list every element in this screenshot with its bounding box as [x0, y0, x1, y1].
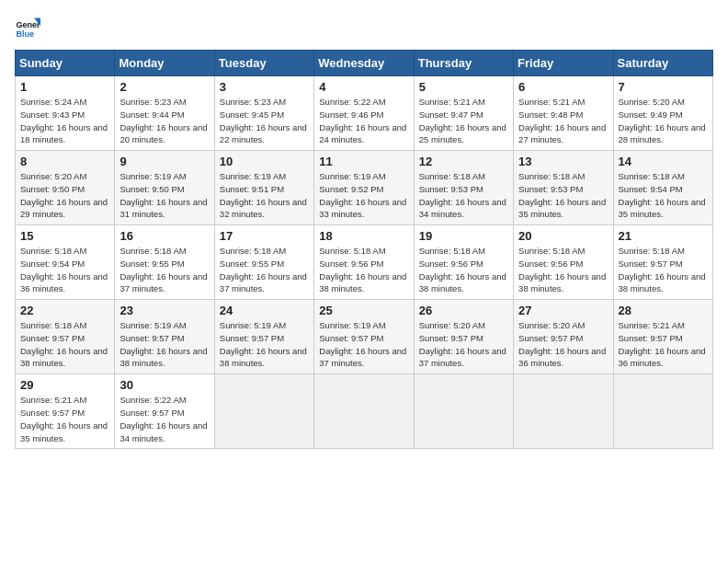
day-info: Sunrise: 5:18 AMSunset: 9:57 PMDaylight:…	[20, 319, 109, 370]
calendar-day-22: 22Sunrise: 5:18 AMSunset: 9:57 PMDayligh…	[16, 300, 115, 374]
day-info: Sunrise: 5:19 AMSunset: 9:57 PMDaylight:…	[119, 319, 209, 370]
day-number: 24	[220, 304, 309, 317]
day-number: 11	[319, 155, 408, 168]
day-number: 6	[518, 80, 608, 94]
day-number: 15	[20, 229, 109, 243]
day-number: 22	[20, 304, 109, 317]
day-info: Sunrise: 5:18 AMSunset: 9:53 PMDaylight:…	[419, 170, 508, 221]
day-info: Sunrise: 5:18 AMSunset: 9:54 PMDaylight:…	[20, 245, 109, 295]
calendar-week-1: 1Sunrise: 5:24 AMSunset: 9:43 PMDaylight…	[16, 76, 713, 151]
calendar-day-21: 21Sunrise: 5:18 AMSunset: 9:57 PMDayligh…	[613, 225, 712, 300]
day-number: 2	[119, 80, 209, 94]
day-info: Sunrise: 5:19 AMSunset: 9:52 PMDaylight:…	[319, 170, 408, 221]
day-number: 30	[119, 378, 209, 392]
calendar-day-26: 26Sunrise: 5:20 AMSunset: 9:57 PMDayligh…	[414, 300, 513, 374]
day-number: 28	[619, 304, 708, 317]
calendar-week-5: 29Sunrise: 5:21 AMSunset: 9:57 PMDayligh…	[16, 374, 713, 449]
day-number: 18	[319, 229, 408, 243]
column-header-monday: Monday	[115, 51, 214, 76]
day-number: 26	[419, 304, 508, 317]
calendar-week-3: 15Sunrise: 5:18 AMSunset: 9:54 PMDayligh…	[16, 225, 713, 300]
day-info: Sunrise: 5:20 AMSunset: 9:57 PMDaylight:…	[518, 319, 608, 370]
day-info: Sunrise: 5:18 AMSunset: 9:53 PMDaylight:…	[518, 170, 608, 221]
column-header-thursday: Thursday	[414, 51, 513, 76]
calendar-day-24: 24Sunrise: 5:19 AMSunset: 9:57 PMDayligh…	[214, 300, 313, 374]
day-info: Sunrise: 5:18 AMSunset: 9:54 PMDaylight:…	[619, 170, 708, 221]
day-info: Sunrise: 5:18 AMSunset: 9:56 PMDaylight:…	[419, 245, 508, 295]
day-number: 13	[518, 155, 608, 168]
calendar-day-18: 18Sunrise: 5:18 AMSunset: 9:56 PMDayligh…	[314, 225, 414, 300]
calendar-day-10: 10Sunrise: 5:19 AMSunset: 9:51 PMDayligh…	[214, 151, 313, 225]
logo: General Blue	[15, 15, 44, 40]
day-number: 1	[20, 80, 109, 94]
day-info: Sunrise: 5:22 AMSunset: 9:57 PMDaylight:…	[119, 394, 209, 444]
calendar-day-5: 5Sunrise: 5:21 AMSunset: 9:47 PMDaylight…	[414, 76, 513, 151]
calendar-day-14: 14Sunrise: 5:18 AMSunset: 9:54 PMDayligh…	[613, 151, 712, 225]
day-info: Sunrise: 5:18 AMSunset: 9:57 PMDaylight:…	[619, 245, 708, 295]
day-number: 5	[419, 80, 508, 94]
column-header-saturday: Saturday	[613, 51, 712, 76]
calendar-day-empty	[314, 374, 414, 449]
calendar-day-empty	[613, 374, 712, 449]
calendar-day-12: 12Sunrise: 5:18 AMSunset: 9:53 PMDayligh…	[414, 151, 513, 225]
day-number: 3	[220, 80, 309, 94]
day-info: Sunrise: 5:20 AMSunset: 9:57 PMDaylight:…	[419, 319, 508, 370]
day-number: 20	[518, 229, 608, 243]
day-info: Sunrise: 5:20 AMSunset: 9:50 PMDaylight:…	[20, 170, 109, 221]
day-number: 19	[419, 229, 508, 243]
calendar-day-20: 20Sunrise: 5:18 AMSunset: 9:56 PMDayligh…	[514, 225, 613, 300]
column-header-tuesday: Tuesday	[214, 51, 313, 76]
day-info: Sunrise: 5:21 AMSunset: 9:57 PMDaylight:…	[20, 394, 109, 444]
calendar-day-17: 17Sunrise: 5:18 AMSunset: 9:55 PMDayligh…	[214, 225, 313, 300]
calendar-day-empty	[414, 374, 513, 449]
day-info: Sunrise: 5:21 AMSunset: 9:48 PMDaylight:…	[518, 96, 608, 146]
day-info: Sunrise: 5:18 AMSunset: 9:56 PMDaylight:…	[518, 245, 608, 295]
column-header-sunday: Sunday	[16, 51, 115, 76]
day-number: 21	[619, 229, 708, 243]
day-number: 14	[619, 155, 708, 168]
svg-text:General: General	[16, 20, 40, 29]
day-info: Sunrise: 5:18 AMSunset: 9:55 PMDaylight:…	[119, 245, 209, 295]
day-number: 16	[119, 229, 209, 243]
calendar-week-4: 22Sunrise: 5:18 AMSunset: 9:57 PMDayligh…	[16, 300, 713, 374]
calendar-day-4: 4Sunrise: 5:22 AMSunset: 9:46 PMDaylight…	[314, 76, 414, 151]
day-info: Sunrise: 5:19 AMSunset: 9:51 PMDaylight:…	[220, 170, 309, 221]
calendar-day-13: 13Sunrise: 5:18 AMSunset: 9:53 PMDayligh…	[514, 151, 613, 225]
day-info: Sunrise: 5:19 AMSunset: 9:57 PMDaylight:…	[220, 319, 309, 370]
calendar-day-11: 11Sunrise: 5:19 AMSunset: 9:52 PMDayligh…	[314, 151, 414, 225]
day-number: 9	[119, 155, 209, 168]
calendar-day-9: 9Sunrise: 5:19 AMSunset: 9:50 PMDaylight…	[115, 151, 214, 225]
calendar-day-29: 29Sunrise: 5:21 AMSunset: 9:57 PMDayligh…	[16, 374, 115, 449]
calendar-table: SundayMondayTuesdayWednesdayThursdayFrid…	[15, 50, 713, 449]
calendar-day-30: 30Sunrise: 5:22 AMSunset: 9:57 PMDayligh…	[115, 374, 214, 449]
day-info: Sunrise: 5:18 AMSunset: 9:55 PMDaylight:…	[220, 245, 309, 295]
day-info: Sunrise: 5:21 AMSunset: 9:57 PMDaylight:…	[619, 319, 708, 370]
calendar-day-empty	[214, 374, 313, 449]
day-number: 7	[619, 80, 708, 94]
day-number: 27	[518, 304, 608, 317]
calendar-day-19: 19Sunrise: 5:18 AMSunset: 9:56 PMDayligh…	[414, 225, 513, 300]
day-info: Sunrise: 5:18 AMSunset: 9:56 PMDaylight:…	[319, 245, 408, 295]
day-info: Sunrise: 5:22 AMSunset: 9:46 PMDaylight:…	[319, 96, 408, 146]
calendar-day-23: 23Sunrise: 5:19 AMSunset: 9:57 PMDayligh…	[115, 300, 214, 374]
calendar-day-16: 16Sunrise: 5:18 AMSunset: 9:55 PMDayligh…	[115, 225, 214, 300]
day-number: 8	[20, 155, 109, 168]
calendar-day-2: 2Sunrise: 5:23 AMSunset: 9:44 PMDaylight…	[115, 76, 214, 151]
day-number: 17	[220, 229, 309, 243]
day-info: Sunrise: 5:20 AMSunset: 9:49 PMDaylight:…	[619, 96, 708, 146]
column-header-friday: Friday	[514, 51, 613, 76]
day-info: Sunrise: 5:21 AMSunset: 9:47 PMDaylight:…	[419, 96, 508, 146]
calendar-day-28: 28Sunrise: 5:21 AMSunset: 9:57 PMDayligh…	[613, 300, 712, 374]
day-info: Sunrise: 5:19 AMSunset: 9:50 PMDaylight:…	[119, 170, 209, 221]
day-number: 29	[20, 378, 109, 392]
day-info: Sunrise: 5:23 AMSunset: 9:44 PMDaylight:…	[119, 96, 209, 146]
calendar-day-25: 25Sunrise: 5:19 AMSunset: 9:57 PMDayligh…	[314, 300, 414, 374]
calendar-day-1: 1Sunrise: 5:24 AMSunset: 9:43 PMDaylight…	[16, 76, 115, 151]
day-info: Sunrise: 5:23 AMSunset: 9:45 PMDaylight:…	[220, 96, 309, 146]
page-header: General Blue	[15, 15, 713, 40]
calendar-day-27: 27Sunrise: 5:20 AMSunset: 9:57 PMDayligh…	[514, 300, 613, 374]
day-number: 23	[119, 304, 209, 317]
calendar-header-row: SundayMondayTuesdayWednesdayThursdayFrid…	[16, 51, 713, 76]
svg-text:Blue: Blue	[16, 29, 34, 39]
calendar-day-empty	[514, 374, 613, 449]
